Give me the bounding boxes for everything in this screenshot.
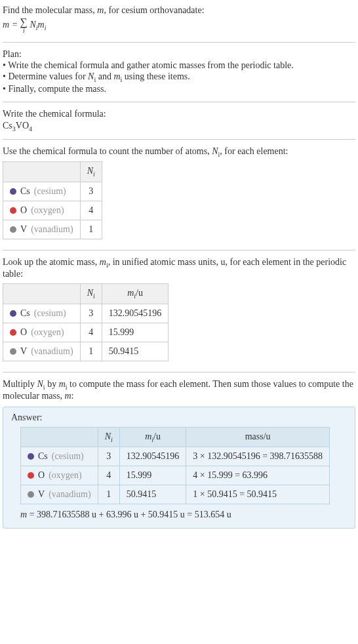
element-name: (oxygen) <box>31 327 64 338</box>
multiply-section: Multiply Ni by mi to compute the mass fo… <box>3 376 355 404</box>
count-value: 3 <box>80 182 102 201</box>
table-header-row: Ni mi/u mass/u <box>21 427 330 447</box>
m-value: 50.9415 <box>102 342 169 361</box>
intro-var-m: m <box>97 5 104 15</box>
n-value: 3 <box>98 447 119 466</box>
col-element <box>3 162 81 182</box>
plan-step-3: • Finally, compute the mass. <box>3 84 355 94</box>
element-sym: Cs <box>20 186 30 197</box>
element-sym: V <box>20 346 27 357</box>
element-cell: O (oxygen) <box>21 466 98 485</box>
sigma-block: ∑i <box>20 17 28 34</box>
element-dot-icon <box>10 207 16 214</box>
mult-m: m <box>59 379 66 389</box>
plan2-a: • Determine values for <box>3 71 88 81</box>
plan2-c: using these items. <box>122 71 189 81</box>
count-value: 4 <box>80 201 102 220</box>
element-cell: Cs (cesium) <box>3 182 81 201</box>
sigma-index: i <box>20 28 28 34</box>
m-value: 15.999 <box>102 323 169 342</box>
divider <box>3 42 355 43</box>
col-ni: Ni <box>80 162 102 182</box>
count-h-b: , for each element: <box>220 146 288 156</box>
count-heading: Use the chemical formula to count the nu… <box>3 146 355 158</box>
element-name: (cesium) <box>52 451 84 462</box>
table-row: V (vanadium) 1 50.9415 1 × 50.9415 = 50.… <box>21 485 330 504</box>
table-header-row: Ni <box>3 162 102 182</box>
element-name: (oxygen) <box>31 205 64 216</box>
table-row: V (vanadium) 1 50.9415 <box>3 342 169 361</box>
intro-prefix: Find the molecular mass, <box>3 5 97 15</box>
col-element <box>21 427 98 447</box>
element-sym: Cs <box>20 308 30 319</box>
divider <box>3 372 355 372</box>
plan2-b: and <box>96 71 113 81</box>
table-row: Cs (cesium) 3 132.90545196 <box>3 304 169 323</box>
cf-vo: VO <box>16 121 29 131</box>
m-value: 15.999 <box>119 466 186 485</box>
mult-a: Multiply <box>3 379 37 389</box>
element-name: (cesium) <box>34 308 66 319</box>
mass-formula: m = ∑i Nimi <box>3 17 355 34</box>
table-row: O (oxygen) 4 15.999 4 × 15.999 = 63.996 <box>21 466 330 485</box>
col-element <box>3 283 81 304</box>
chemical-formula: Cs3VO4 <box>3 121 355 132</box>
element-dot-icon <box>28 453 34 460</box>
plan-section: Plan: • Write the chemical formula and g… <box>3 47 355 98</box>
m-value: 132.90545196 <box>102 304 169 323</box>
col-mi: mi/u <box>119 427 186 447</box>
element-dot-icon <box>10 310 16 317</box>
element-sym: O <box>20 327 27 338</box>
plan-step-2: • Determine values for Ni and mi using t… <box>3 71 355 83</box>
intro-section: Find the molecular mass, m, for cesium o… <box>3 3 355 38</box>
plan-step-1: • Write the chemical formula and gather … <box>3 60 355 71</box>
mult-n: N <box>37 379 43 389</box>
element-name: (cesium) <box>34 186 66 197</box>
divider <box>3 250 355 251</box>
count-value: 1 <box>80 220 102 239</box>
mass-calc: 3 × 132.90545196 = 398.71635588 <box>186 447 330 466</box>
divider <box>3 139 355 140</box>
final-m: m <box>20 510 27 519</box>
eq-lhs: m <box>3 20 9 30</box>
final-expr: = 398.71635588 u + 63.996 u + 50.9415 u … <box>27 510 231 519</box>
mult-b: by <box>45 379 59 389</box>
element-name: (vanadium) <box>31 224 73 235</box>
n-value: 4 <box>98 466 119 485</box>
element-sym: O <box>38 470 45 481</box>
mult-d: : <box>71 391 74 401</box>
element-name: (vanadium) <box>49 489 91 500</box>
plan-heading: Plan: <box>3 49 355 60</box>
element-sym: V <box>20 224 27 235</box>
element-sym: V <box>38 489 45 500</box>
answer-box: Answer: Ni mi/u mass/u Cs (cesium) 3 132… <box>3 407 355 529</box>
element-dot-icon <box>10 226 16 233</box>
mass-table: Ni mi/u Cs (cesium) 3 132.90545196 O (ox… <box>3 283 169 361</box>
eq-m: m <box>38 20 45 30</box>
chemical-formula-section: Write the chemical formula: Cs3VO4 <box>3 106 355 135</box>
eq-m-sub: i <box>45 24 47 31</box>
answer-label: Answer: <box>11 413 347 423</box>
table-row: Cs (cesium) 3 132.90545196 3 × 132.90545… <box>21 447 330 466</box>
element-sym: O <box>20 205 27 216</box>
sigma-symbol: ∑ <box>20 16 28 28</box>
element-cell: Cs (cesium) <box>3 304 81 323</box>
n-value: 1 <box>80 342 102 361</box>
table-row: Cs (cesium) 3 <box>3 182 102 201</box>
mass-h-a: Look up the atomic mass, <box>3 257 100 267</box>
element-name: (vanadium) <box>31 346 73 357</box>
plan2-m: m <box>113 71 120 81</box>
table-header-row: Ni mi/u <box>3 283 169 304</box>
element-cell: Cs (cesium) <box>21 447 98 466</box>
count-section: Use the chemical formula to count the nu… <box>3 144 355 247</box>
element-name: (oxygen) <box>49 470 82 481</box>
n-value: 3 <box>80 304 102 323</box>
eq-equals: = <box>9 20 20 30</box>
m-value: 132.90545196 <box>119 447 186 466</box>
m-value: 50.9415 <box>119 485 186 504</box>
atomic-mass-section: Look up the atomic mass, mi, in unified … <box>3 254 355 368</box>
col-mi: mi/u <box>102 283 169 304</box>
element-cell: O (oxygen) <box>3 323 81 342</box>
element-dot-icon <box>10 329 16 336</box>
element-sym: Cs <box>38 451 48 462</box>
